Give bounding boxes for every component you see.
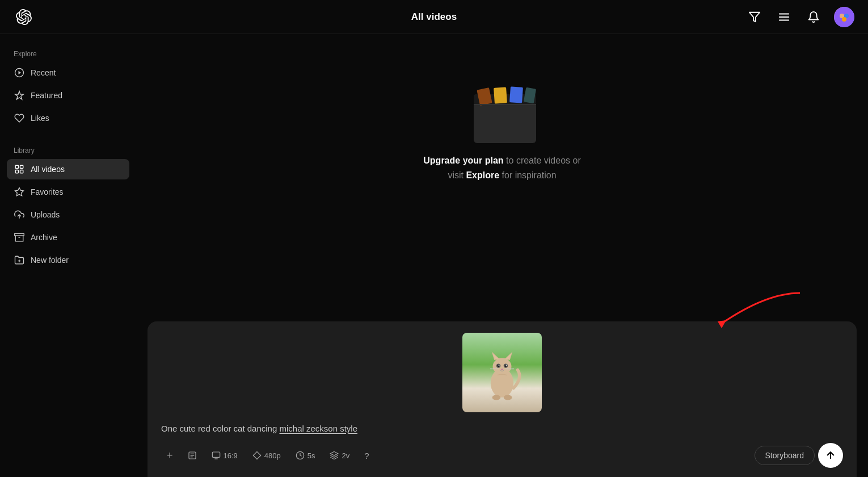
diamond-icon bbox=[252, 451, 262, 460]
duration-button[interactable]: 5s bbox=[290, 447, 321, 463]
grid-icon bbox=[14, 164, 25, 174]
svg-rect-12 bbox=[15, 170, 18, 173]
sidebar-item-favorites[interactable]: Favorites bbox=[7, 182, 129, 202]
svg-point-37 bbox=[499, 365, 500, 366]
svg-marker-46 bbox=[718, 320, 726, 328]
star-icon bbox=[14, 187, 25, 197]
prompt-image bbox=[462, 333, 542, 412]
prompt-image-row bbox=[161, 333, 843, 412]
circle-play-icon bbox=[14, 68, 25, 78]
arrow-up-icon bbox=[825, 450, 836, 461]
empty-line2-suffix: for inspiration bbox=[499, 170, 557, 180]
sidebar-item-recent[interactable]: Recent bbox=[7, 62, 129, 83]
empty-text: Upgrade your plan to create videos or vi… bbox=[423, 153, 580, 182]
sidebar-item-favorites-label: Favorites bbox=[31, 187, 64, 196]
cat-image bbox=[462, 333, 542, 412]
svg-point-38 bbox=[505, 365, 507, 366]
script-button[interactable] bbox=[182, 447, 203, 463]
sidebar-item-likes-label: Likes bbox=[31, 114, 49, 123]
prompt-text-underlined: michal zeckson style bbox=[279, 424, 357, 433]
library-section-label: Library bbox=[7, 142, 129, 157]
svg-rect-51 bbox=[212, 452, 220, 457]
prompt-input[interactable]: One cute red color cat dancing michal ze… bbox=[161, 422, 843, 436]
clapperboard-icon bbox=[468, 80, 536, 142]
resolution-button[interactable]: 480p bbox=[247, 447, 286, 463]
svg-rect-13 bbox=[20, 170, 23, 173]
svg-rect-16 bbox=[15, 233, 24, 236]
submit-button[interactable] bbox=[818, 443, 843, 468]
sidebar-item-archive-label: Archive bbox=[31, 233, 57, 242]
svg-point-45 bbox=[504, 395, 512, 400]
page-title: All videos bbox=[411, 11, 457, 23]
folder-plus-icon bbox=[14, 255, 25, 265]
empty-headline-rest: to create videos or bbox=[504, 156, 581, 165]
svg-rect-20 bbox=[474, 102, 536, 143]
sidebar-item-new-folder-label: New folder bbox=[31, 256, 69, 265]
archive-icon bbox=[14, 232, 25, 242]
prompt-text-row[interactable]: One cute red color cat dancing michal ze… bbox=[161, 422, 843, 436]
svg-rect-23 bbox=[494, 87, 507, 103]
help-button[interactable]: ? bbox=[359, 447, 374, 464]
heart-icon bbox=[14, 113, 25, 123]
sidebar-item-uploads-label: Uploads bbox=[31, 210, 60, 219]
svg-rect-10 bbox=[15, 165, 18, 168]
svg-point-28 bbox=[493, 358, 512, 374]
monitor-icon bbox=[212, 451, 221, 460]
sidebar: Explore Recent Featured Likes Library bbox=[0, 34, 136, 477]
sidebar-item-all-videos-label: All videos bbox=[31, 165, 65, 174]
filter-icon[interactable] bbox=[745, 8, 764, 26]
prompt-text-prefix: One cute red color cat dancing bbox=[161, 424, 279, 433]
layers-icon bbox=[330, 451, 339, 460]
svg-marker-14 bbox=[15, 188, 24, 196]
main-content: Upgrade your plan to create videos or vi… bbox=[136, 34, 868, 477]
prompt-toolbar: + 16:9 480p 5s bbox=[161, 443, 843, 468]
svg-point-39 bbox=[501, 369, 503, 370]
sidebar-item-recent-label: Recent bbox=[31, 68, 56, 77]
logo[interactable] bbox=[14, 7, 34, 27]
versions-button[interactable]: 2v bbox=[324, 447, 355, 463]
prompt-area: One cute red color cat dancing michal ze… bbox=[148, 321, 857, 478]
svg-rect-24 bbox=[509, 86, 523, 103]
svg-rect-11 bbox=[20, 165, 23, 168]
script-icon bbox=[188, 451, 197, 460]
svg-marker-9 bbox=[19, 71, 22, 74]
empty-headline-bold: Upgrade your plan bbox=[423, 156, 503, 165]
sidebar-item-uploads[interactable]: Uploads bbox=[7, 204, 129, 225]
add-button[interactable]: + bbox=[161, 447, 179, 464]
sidebar-item-new-folder[interactable]: New folder bbox=[7, 250, 129, 270]
sparkle-icon bbox=[14, 90, 25, 101]
svg-point-7 bbox=[842, 17, 846, 22]
explore-link[interactable]: Explore bbox=[466, 170, 499, 180]
sidebar-item-featured-label: Featured bbox=[31, 91, 62, 100]
layout: Explore Recent Featured Likes Library bbox=[0, 34, 868, 477]
svg-marker-55 bbox=[331, 451, 338, 455]
sidebar-item-archive[interactable]: Archive bbox=[7, 227, 129, 248]
clock-icon bbox=[296, 451, 305, 460]
svg-marker-53 bbox=[253, 451, 260, 459]
header-actions bbox=[745, 7, 854, 27]
avatar[interactable] bbox=[834, 7, 854, 27]
svg-marker-0 bbox=[749, 12, 760, 22]
explore-section-label: Explore bbox=[7, 45, 129, 60]
header: All videos bbox=[0, 0, 868, 34]
menu-icon[interactable] bbox=[775, 8, 793, 26]
notification-icon[interactable] bbox=[804, 8, 823, 26]
annotation-arrow bbox=[698, 287, 811, 335]
aspect-ratio-button[interactable]: 16:9 bbox=[206, 447, 243, 463]
sidebar-item-likes[interactable]: Likes bbox=[7, 108, 129, 128]
empty-line2-prefix: visit bbox=[448, 170, 466, 180]
sidebar-item-all-videos[interactable]: All videos bbox=[7, 159, 129, 179]
storyboard-button[interactable]: Storyboard bbox=[755, 446, 815, 465]
empty-state: Upgrade your plan to create videos or vi… bbox=[423, 80, 580, 182]
svg-point-44 bbox=[492, 395, 501, 400]
sidebar-item-featured[interactable]: Featured bbox=[7, 85, 129, 106]
upload-icon bbox=[14, 210, 25, 220]
